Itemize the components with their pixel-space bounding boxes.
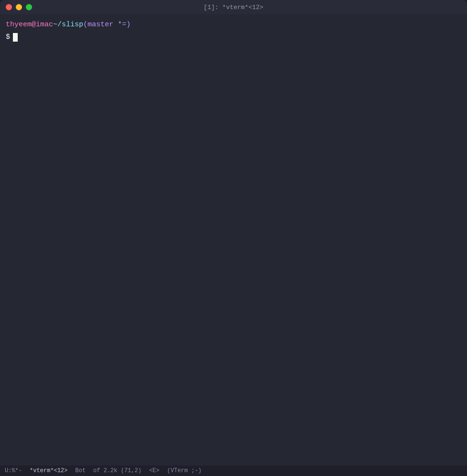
dollar-line: $: [6, 32, 461, 43]
close-button[interactable]: [6, 4, 12, 11]
status-mode: U:%*-: [5, 467, 22, 474]
status-major-mode: (VTerm ;-): [167, 467, 201, 474]
status-bar: U:%*- *vterm*<12> Bot of 2.2k (71,2) <E>…: [0, 465, 467, 476]
minimize-button[interactable]: [16, 4, 22, 11]
status-buffer: *vterm*<12>: [30, 467, 67, 474]
titlebar: [1]: *vterm*<12>: [0, 0, 467, 14]
user-host: thyeem@imac: [6, 19, 53, 31]
maximize-button[interactable]: [26, 4, 32, 11]
traffic-lights: [6, 4, 32, 11]
current-path: ~/slisp: [53, 19, 83, 31]
terminal-body[interactable]: thyeem@imac ~/slisp (master *=) $: [0, 14, 467, 465]
git-branch: (master *=): [83, 19, 131, 31]
status-position-label: Bot: [75, 467, 86, 474]
prompt-line: thyeem@imac ~/slisp (master *=): [6, 19, 461, 31]
cursor: [13, 33, 18, 42]
window-title: [1]: *vterm*<12>: [204, 4, 264, 11]
dollar-sign: $: [6, 32, 10, 43]
status-mode-indicator: <E>: [149, 467, 160, 474]
status-position-detail: of 2.2k (71,2): [93, 467, 142, 474]
terminal-window: [1]: *vterm*<12> thyeem@imac ~/slisp (ma…: [0, 0, 467, 476]
